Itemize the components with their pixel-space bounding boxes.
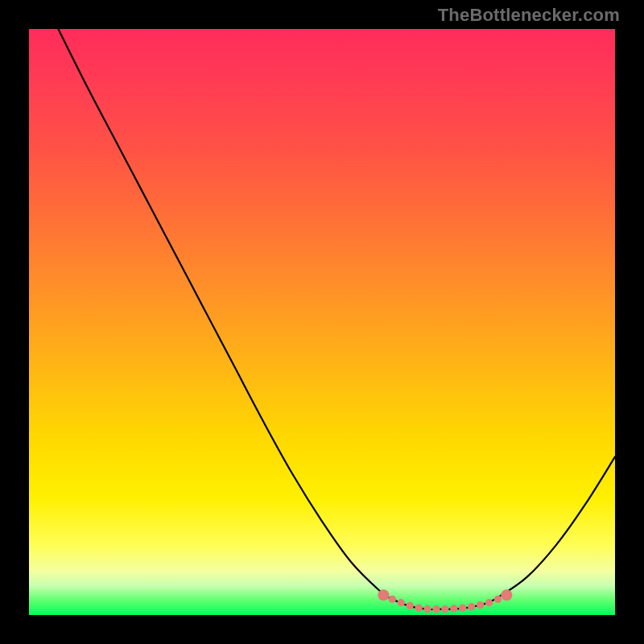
attribution-label: TheBottlenecker.com (438, 5, 620, 26)
marker-dot (389, 596, 396, 603)
marker-dot (441, 605, 448, 613)
bottleneck-curve (58, 29, 615, 609)
marker-dot (494, 596, 502, 603)
chart-container: TheBottlenecker.com (0, 0, 644, 644)
marker-dot (485, 599, 493, 606)
marker-dot (415, 605, 422, 612)
marker-group (378, 589, 512, 613)
marker-dot (459, 605, 466, 612)
marker-dot (501, 589, 512, 601)
marker-dot (477, 601, 484, 609)
marker-dot (423, 605, 431, 613)
plot-svg (29, 29, 615, 615)
marker-dot (468, 603, 475, 610)
marker-dot (432, 605, 440, 613)
marker-dot (450, 605, 457, 612)
marker-dot (378, 589, 389, 601)
plot-area (29, 29, 615, 615)
marker-dot (407, 602, 414, 609)
marker-dot (398, 599, 405, 606)
